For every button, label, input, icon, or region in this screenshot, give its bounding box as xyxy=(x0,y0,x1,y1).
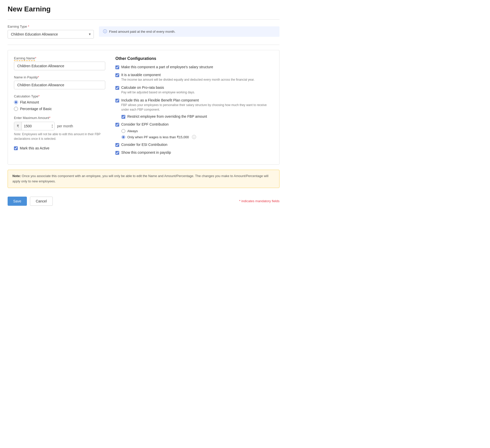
fbp-sublabel: FBP allows your employees to personalise… xyxy=(121,103,273,112)
taxable-sublabel: The income tax amount will be divided eq… xyxy=(121,77,255,82)
earning-type-info-box: ⓘ Fixed amount paid at the end of every … xyxy=(99,26,279,37)
note-banner-text: Once you associate this component with a… xyxy=(12,174,268,183)
info-circle-icon: ⓘ xyxy=(103,29,107,34)
salary-structure-checkbox[interactable] xyxy=(115,65,119,69)
name-in-payslip-required: * xyxy=(38,75,39,79)
restrict-fbp-row: Restrict employee from overriding the FB… xyxy=(121,114,273,119)
name-in-payslip-input[interactable] xyxy=(14,81,105,89)
config-pro-rata: Calculate on Pro-rata basis Pay will be … xyxy=(115,85,273,95)
calculation-type-label: Calculation Type* xyxy=(14,94,105,98)
other-configs-title: Other Configurations xyxy=(115,56,273,61)
payslip-checkbox[interactable] xyxy=(115,151,119,155)
amount-input-wrapper: ▲ ▼ xyxy=(22,122,54,130)
stepper-up-arrow[interactable]: ▲ xyxy=(51,124,53,126)
pro-rata-checkbox[interactable] xyxy=(115,86,119,90)
per-month-label: per month xyxy=(57,124,73,128)
fbp-sub-config: Restrict employee from overriding the FB… xyxy=(121,114,273,119)
maximum-amount-label: Enter Maximum Amount* xyxy=(14,116,105,120)
salary-structure-text: Make this component a part of employee's… xyxy=(121,65,213,69)
title-divider xyxy=(8,19,279,20)
mark-active-label[interactable]: Mark this as Active xyxy=(14,146,105,150)
config-pro-rata-row: Calculate on Pro-rata basis Pay will be … xyxy=(115,85,273,95)
taxable-checkbox[interactable] xyxy=(115,73,119,77)
calc-type-required: * xyxy=(38,94,40,98)
earning-name-input[interactable] xyxy=(14,62,105,70)
right-column: Other Configurations Make this component… xyxy=(115,56,273,158)
earning-type-required: * xyxy=(27,25,29,28)
note-banner: Note: Once you associate this component … xyxy=(8,170,279,188)
salary-structure-label: Make this component a part of employee's… xyxy=(121,65,213,69)
flat-amount-radio[interactable] xyxy=(14,100,18,104)
earning-type-select[interactable]: Children Education Allowance Basic HRA L… xyxy=(8,30,94,39)
calculation-type-section: Calculation Type* Flat Amount Percentage… xyxy=(14,94,105,111)
earning-type-description: Fixed amount paid at the end of every mo… xyxy=(109,30,176,33)
footer-buttons: Save Cancel xyxy=(8,197,53,206)
config-payslip: Show this component in payslip xyxy=(115,150,273,155)
section-divider xyxy=(8,45,279,45)
amount-input-row: ₹ ▲ ▼ per month xyxy=(14,122,105,130)
earning-name-group: Earning Name* xyxy=(14,56,105,70)
footer-row: Save Cancel * indicates mandatory fields xyxy=(8,194,279,206)
cancel-button[interactable]: Cancel xyxy=(30,197,53,206)
max-amount-required: * xyxy=(49,116,50,120)
pro-rata-text: Calculate on Pro-rata basis Pay will be … xyxy=(121,85,195,95)
epf-label: Consider for EPF Contribution xyxy=(121,122,169,126)
maximum-amount-note: Note: Employees will not be able to edit… xyxy=(14,132,105,141)
flat-amount-radio-label[interactable]: Flat Amount xyxy=(14,100,105,104)
taxable-label: It is a taxable component xyxy=(121,73,255,77)
left-column: Earning Name* Name in Payslip* Calculati… xyxy=(14,56,105,158)
stepper-down-arrow[interactable]: ▼ xyxy=(51,126,53,128)
name-in-payslip-label: Name in Payslip* xyxy=(14,75,105,79)
config-esi-row: Consider for ESI Contribution xyxy=(115,143,273,147)
pro-rata-sublabel: Pay will be adjusted based on employee w… xyxy=(121,90,195,95)
epf-always-radio[interactable] xyxy=(121,129,125,133)
earning-type-label: Earning Type * xyxy=(8,25,94,28)
config-taxable-row: It is a taxable component The income tax… xyxy=(115,73,273,82)
earning-name-required: * xyxy=(35,56,36,60)
earning-type-field: Earning Type * Children Education Allowa… xyxy=(8,25,94,39)
config-taxable: It is a taxable component The income tax… xyxy=(115,73,273,82)
restrict-fbp-label: Restrict employee from overriding the FB… xyxy=(127,114,207,118)
percentage-basic-radio-label[interactable]: Percentage of Basic xyxy=(14,107,105,111)
calculation-type-radio-group: Flat Amount Percentage of Basic xyxy=(14,100,105,111)
esi-checkbox[interactable] xyxy=(115,143,119,147)
maximum-amount-input[interactable] xyxy=(22,122,54,130)
config-payslip-row: Show this component in payslip xyxy=(115,150,273,155)
config-epf-row: Consider for EPF Contribution xyxy=(115,122,273,127)
payslip-label: Show this component in payslip xyxy=(121,150,171,154)
mark-active-checkbox[interactable] xyxy=(14,146,18,150)
fbp-text: Include this as a Flexible Benefit Plan … xyxy=(121,98,273,112)
restrict-fbp-checkbox[interactable] xyxy=(121,115,125,119)
flat-amount-label: Flat Amount xyxy=(20,100,39,104)
currency-input-wrapper: ₹ ▲ ▼ xyxy=(14,122,55,130)
pro-rata-label: Calculate on Pro-rata basis xyxy=(121,85,195,90)
epf-pf-wages-label[interactable]: Only when PF wages is less than ₹15,000 … xyxy=(121,135,273,139)
mandatory-note: * indicates mandatory fields xyxy=(239,199,279,203)
taxable-text: It is a taxable component The income tax… xyxy=(121,73,255,82)
epf-pf-wages-radio[interactable] xyxy=(121,135,125,139)
earning-type-select-wrapper: Children Education Allowance Basic HRA L… xyxy=(8,30,94,39)
epf-radio-group: Always Only when PF wages is less than ₹… xyxy=(121,129,273,139)
restrict-fbp-item: Restrict employee from overriding the FB… xyxy=(121,114,273,119)
save-button[interactable]: Save xyxy=(8,197,27,206)
epf-checkbox[interactable] xyxy=(115,123,119,127)
fbp-checkbox[interactable] xyxy=(115,99,119,102)
epf-always-label[interactable]: Always xyxy=(121,129,273,133)
fbp-label: Include this as a Flexible Benefit Plan … xyxy=(121,98,273,102)
config-fbp-row: Include this as a Flexible Benefit Plan … xyxy=(115,98,273,112)
config-epf: Consider for EPF Contribution Always Onl… xyxy=(115,122,273,139)
epf-pf-wages-text: Only when PF wages is less than ₹15,000 xyxy=(127,135,189,139)
esi-label: Consider for ESI Contribution xyxy=(121,143,167,147)
earning-name-label: Earning Name* xyxy=(14,56,105,60)
config-salary-structure: Make this component a part of employee's… xyxy=(115,65,273,69)
page-title: New Earning xyxy=(8,5,279,13)
percentage-basic-radio[interactable] xyxy=(14,107,18,111)
main-section: Earning Name* Name in Payslip* Calculati… xyxy=(8,50,279,165)
config-esi: Consider for ESI Contribution xyxy=(115,143,273,147)
config-salary-structure-row: Make this component a part of employee's… xyxy=(115,65,273,69)
epf-always-text: Always xyxy=(127,129,138,133)
percentage-basic-label: Percentage of Basic xyxy=(20,107,52,111)
mark-active-text: Mark this as Active xyxy=(20,146,49,150)
epf-info-icon[interactable]: i xyxy=(192,135,196,139)
maximum-amount-section: Enter Maximum Amount* ₹ ▲ ▼ per month No… xyxy=(14,116,105,141)
